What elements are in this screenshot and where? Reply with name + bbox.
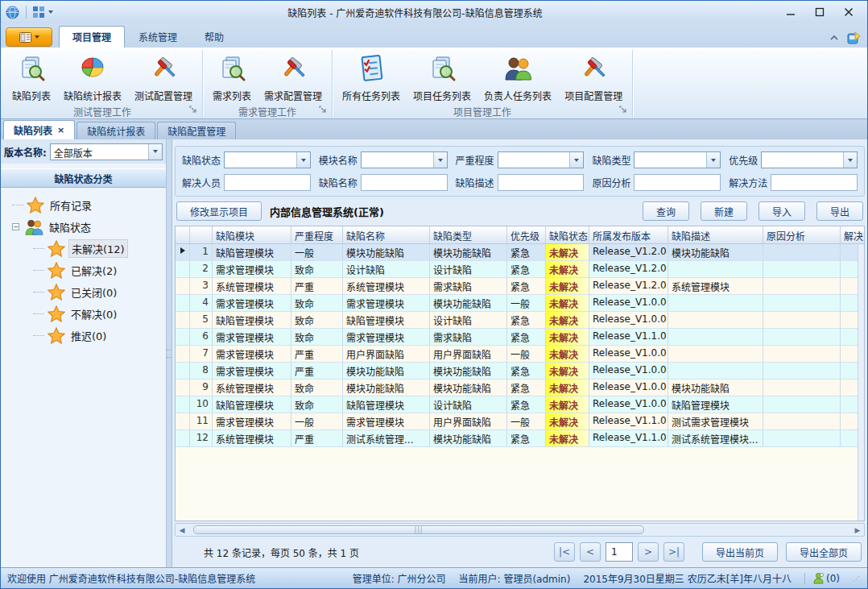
column-header[interactable]: 缺陷名称 [343,226,430,243]
ribbon-button[interactable]: 需求配置管理 [259,52,327,104]
modify-display-items-button[interactable]: 修改显示项目 [176,201,262,221]
message-indicator[interactable]: (0) [804,573,840,584]
application-menu-button[interactable] [6,27,52,47]
scroll-right-arrow-icon[interactable]: ▶ [851,524,864,536]
table-row[interactable]: 9系统管理模块致命模块功能缺陷模块功能缺陷紧急未解决Release_V1.0.0… [176,380,864,396]
row-number-cell: 10 [190,396,213,413]
table-row[interactable]: 4需求管理模块致命需求管理模块模块功能缺陷一般未解决Release_V1.0.0 [176,295,864,312]
table-vertical-scrollbar[interactable] [858,244,864,521]
scrollbar-thumb[interactable]: ||| [193,525,644,534]
filter-input[interactable] [224,174,311,191]
column-header[interactable]: 解决方法 [841,226,865,243]
column-header[interactable]: 缺陷描述 [668,226,763,243]
quick-access-grid-icon[interactable] [33,6,44,18]
cell-name: 需求管理模块 [343,329,430,346]
table-row[interactable]: 6需求管理模块致命需求管理模块需求缺陷紧急未解决Release_V1.1.0 [176,329,864,346]
maximize-button[interactable] [806,3,833,21]
ribbon-button[interactable]: 测试配置管理 [130,52,197,104]
export-all-pages-button[interactable]: 导出全部页 [786,542,862,562]
filter-combobox[interactable] [634,151,721,168]
cell-release: Release_V1.1.0 [589,413,668,430]
filter-combobox[interactable] [498,151,585,168]
version-combobox[interactable]: 全部版本 [50,143,163,160]
column-header[interactable]: 严重程度 [291,226,343,243]
scroll-left-arrow-icon[interactable]: ◀ [176,524,188,536]
table-row[interactable]: 8需求管理模块严重模块功能缺陷模块功能缺陷紧急未解决Release_V1.0.0 [176,363,864,380]
ribbon-button[interactable]: 项目配置管理 [560,52,627,104]
filter-input[interactable] [361,174,448,191]
prev-page-button[interactable]: < [580,542,601,562]
ribbon-collapse-chevron-icon[interactable] [829,35,839,41]
row-number-cell: 2 [190,261,213,278]
filter-input[interactable] [498,174,585,191]
chevron-down-icon [706,152,720,168]
row-number-cell: 3 [190,278,213,295]
last-page-button[interactable]: >| [663,542,684,562]
tree-item-7[interactable]: 推迟(0) [33,325,166,346]
search-button[interactable]: 查询 [643,201,689,221]
column-header[interactable]: 缺陷类型 [430,226,507,243]
new-button[interactable]: 新建 [701,201,747,221]
export-button[interactable]: 导出 [816,201,863,221]
ribbon-button[interactable]: 负责人任务列表 [479,52,556,104]
column-header[interactable]: 原因分析 [763,226,841,243]
close-button[interactable] [835,3,862,21]
doc-tab-2[interactable]: 缺陷统计报表 [76,122,155,139]
filter-combobox[interactable] [761,151,858,168]
tree-item-6[interactable]: 不解决(0) [33,303,166,325]
table-row[interactable]: 12系统管理模块严重测试系统管理...模块功能缺陷紧急未解决Release_V1… [176,430,864,447]
ribbon-tab-3[interactable]: 帮助 [191,26,238,48]
next-page-button[interactable]: > [638,542,659,562]
filter-input[interactable] [771,174,858,191]
column-header[interactable]: 缺陷模块 [213,226,291,243]
filter-input[interactable] [634,174,721,191]
first-page-button[interactable]: |< [554,542,575,562]
cell-type: 需求缺陷 [430,278,507,295]
minimize-button[interactable] [777,3,804,21]
tree-item-2[interactable]: −缺陷状态 [12,216,166,238]
filter-field: 缺陷状态 [182,151,311,168]
table-horizontal-scrollbar[interactable]: ◀ ||| ▶ [175,523,865,537]
ribbon-button[interactable]: 需求列表 [208,52,256,104]
filter-combobox[interactable] [361,151,448,168]
tree-item-1[interactable]: 所有记录 [12,194,166,216]
table-row[interactable]: 5缺陷管理模块致命缺陷管理模块设计缺陷紧急未解决Release_V1.0.0 [176,312,864,329]
ribbon-button[interactable]: 缺陷统计报表 [59,52,126,104]
ribbon-tab-2[interactable]: 系统管理 [125,26,191,48]
ribbon-button[interactable]: 所有任务列表 [337,52,405,104]
sidebar-splitter[interactable]: ⋮⋮ [167,139,172,567]
dialog-launcher-icon[interactable] [189,105,197,116]
row-selector-cell [176,312,190,329]
tree-item-5[interactable]: 已关闭(0) [33,281,166,303]
table-row[interactable]: 10缺陷管理模块致命缺陷管理模块设计缺陷紧急未解决Release_V1.0.0缺… [176,396,864,413]
import-button[interactable]: 导入 [758,201,805,221]
ribbon-tab-1[interactable]: 项目管理 [59,26,125,48]
table-row[interactable]: 7需求管理模块严重用户界面缺陷用户界面缺陷一般未解决Release_V1.0.0 [176,346,864,363]
ribbon-button[interactable]: 缺陷列表 [7,52,56,104]
column-header[interactable]: 优先级 [507,226,546,243]
tree-item-4[interactable]: 已解决(2) [33,259,166,281]
column-header[interactable]: 所属发布版本 [589,226,668,243]
doc-tab-1[interactable]: 缺陷列表× [3,120,75,139]
ribbon-style-icon[interactable] [847,31,861,44]
tree-expander-icon[interactable]: − [12,223,19,230]
table-row[interactable]: 2需求管理模块致命设计缺陷设计缺陷紧急未解决Release_V1.2.0 [176,261,864,278]
filter-combobox[interactable] [224,151,311,168]
page-number-input[interactable] [606,542,633,562]
cell-type: 模块功能缺陷 [430,244,507,261]
dialog-launcher-icon[interactable] [319,105,327,116]
ribbon-button[interactable]: 项目任务列表 [408,52,476,104]
filter-label: 解决方法 [729,176,767,189]
tree-item-3[interactable]: 未解决(12) [33,238,166,259]
table-row[interactable]: 11需求管理模块一般需求管理模块用户界面缺陷一般未解决Release_V1.1.… [176,413,864,430]
resize-grip[interactable]: ⋰ [853,574,861,583]
table-row[interactable]: 3系统管理模块严重系统管理模块需求缺陷紧急未解决Release_V1.2.0系统… [176,278,864,295]
column-header[interactable]: 缺陷状态 [546,226,589,243]
doc-tab-3[interactable]: 缺陷配置管理 [157,122,236,139]
filter-field: 缺陷类型 [592,151,721,168]
table-row[interactable]: 1缺陷管理模块一般模块功能缺陷模块功能缺陷紧急未解决Release_V1.2.0… [176,244,864,261]
app-logo-globe-icon[interactable] [6,6,19,19]
export-current-page-button[interactable]: 导出当前页 [702,542,778,562]
dialog-launcher-icon[interactable] [619,105,627,116]
close-icon[interactable]: × [57,125,64,135]
